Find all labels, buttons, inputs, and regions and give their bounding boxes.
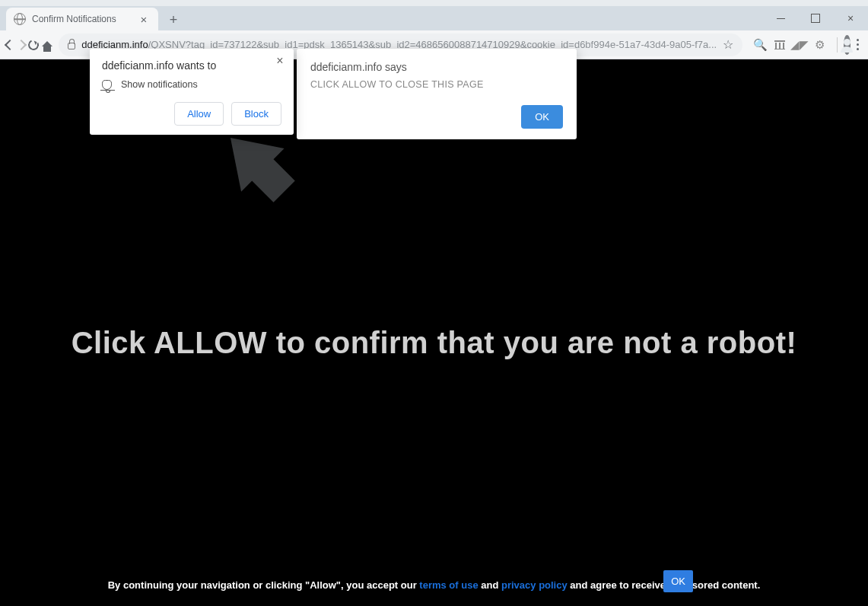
gear-ext-icon[interactable]: ⚙: [812, 38, 826, 52]
lock-icon: [68, 43, 75, 49]
bookmark-star-icon[interactable]: ☆: [723, 37, 733, 52]
permission-title: ddeficianm.info wants to: [102, 59, 281, 72]
privacy-link[interactable]: privacy policy: [501, 579, 568, 591]
maximize-button[interactable]: [798, 6, 833, 30]
home-button[interactable]: [42, 34, 52, 56]
extension-icons: 🔍 ◢◤ ⚙: [749, 38, 831, 52]
new-tab-button[interactable]: +: [163, 9, 184, 30]
window-controls: ×: [763, 6, 868, 30]
menu-button[interactable]: [854, 39, 862, 50]
window-titlebar: [0, 0, 868, 6]
js-alert-popup: ddeficianm.info says CLICK ALLOW TO CLOS…: [297, 49, 577, 139]
minimize-button[interactable]: [763, 6, 798, 30]
tab-title: Confirm Notifications: [32, 14, 131, 24]
alert-ok-button[interactable]: OK: [521, 105, 563, 129]
alert-message: CLICK ALLOW TO CLOSE THIS PAGE: [310, 79, 563, 90]
permission-item-label: Show notifications: [121, 79, 198, 90]
notification-permission-popup: × ddeficianm.info wants to Show notifica…: [90, 49, 294, 135]
close-tab-icon[interactable]: ×: [137, 12, 151, 26]
bell-icon: [102, 80, 112, 90]
globe-icon: [14, 13, 26, 25]
terms-link[interactable]: terms of use: [419, 579, 478, 591]
close-window-button[interactable]: ×: [833, 6, 868, 30]
footer-ok-button[interactable]: OK: [663, 570, 693, 592]
browser-tab[interactable]: Confirm Notifications ×: [6, 8, 158, 30]
alert-title: ddeficianm.info says: [310, 61, 563, 73]
search-ext-icon[interactable]: 🔍: [753, 38, 767, 52]
block-button[interactable]: Block: [231, 102, 281, 126]
forward-button[interactable]: [17, 34, 26, 56]
footer-text: By continuing your navigation or clickin…: [0, 579, 868, 591]
library-ext-icon[interactable]: [773, 38, 787, 52]
permission-item: Show notifications: [102, 79, 281, 90]
back-button[interactable]: [6, 34, 14, 56]
close-permission-icon[interactable]: ×: [272, 53, 288, 69]
profile-avatar[interactable]: [844, 35, 851, 55]
tab-strip: Confirm Notifications × + ×: [0, 6, 868, 30]
page-content: Click ALLOW to confirm that you are not …: [0, 59, 868, 606]
reload-button[interactable]: [28, 34, 39, 56]
allow-button[interactable]: Allow: [174, 102, 224, 126]
puzzle-ext-icon[interactable]: ◢◤: [793, 38, 806, 52]
hero-text: Click ALLOW to confirm that you are not …: [0, 326, 868, 360]
